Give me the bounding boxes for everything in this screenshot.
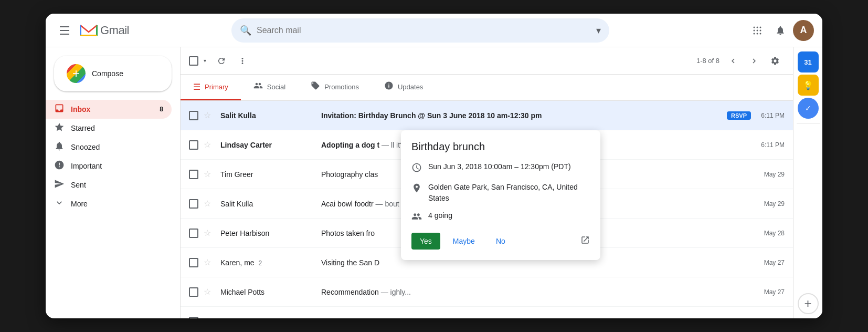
svg-point-11 bbox=[757, 29, 758, 31]
email-subject: Photos taken fro bbox=[321, 229, 375, 237]
star-icon[interactable]: ☆ bbox=[204, 316, 214, 318]
star-icon[interactable]: ☆ bbox=[204, 257, 214, 267]
calendar-panel-icon[interactable]: 31 bbox=[798, 51, 819, 72]
row-checkbox[interactable] bbox=[189, 317, 199, 319]
sidebar-item-important[interactable]: Important bbox=[46, 157, 172, 175]
keep-panel-icon[interactable]: 💡 bbox=[798, 75, 819, 96]
star-icon[interactable]: ☆ bbox=[204, 228, 214, 238]
avatar[interactable]: A bbox=[793, 20, 814, 41]
star-icon[interactable]: ☆ bbox=[204, 140, 214, 150]
popup-attendees: 4 going bbox=[428, 210, 452, 221]
next-page-button[interactable] bbox=[745, 51, 764, 70]
star-icon[interactable]: ☆ bbox=[204, 169, 214, 179]
popup-location-row: Golden Gate Park, San Francisco, CA, Uni… bbox=[411, 182, 590, 204]
snoozed-icon bbox=[54, 141, 65, 153]
rsvp-yes-button[interactable]: Yes bbox=[411, 233, 440, 250]
sidebar-item-more[interactable]: More bbox=[46, 194, 172, 213]
email-subject: Acai bowl foodtr bbox=[321, 200, 374, 208]
select-dropdown-button[interactable]: ▾ bbox=[199, 56, 210, 66]
promotions-tab-icon bbox=[311, 81, 320, 92]
compose-label: Compose bbox=[92, 69, 123, 78]
row-checkbox[interactable] bbox=[189, 140, 199, 150]
sidebar-item-snoozed[interactable]: Snoozed bbox=[46, 138, 172, 157]
svg-point-10 bbox=[754, 29, 755, 31]
toolbar-left: ▾ bbox=[189, 51, 252, 70]
popup-actions: Yes Maybe No bbox=[411, 233, 590, 250]
add-app-button[interactable]: + bbox=[798, 293, 819, 314]
select-all-checkbox[interactable] bbox=[189, 56, 198, 66]
people-icon bbox=[411, 211, 422, 224]
table-row[interactable]: ☆ Meredith Kerrison Liz and Joe's weddin… bbox=[181, 307, 793, 318]
row-checkbox[interactable] bbox=[189, 199, 199, 209]
email-preview: Invitation: Birthday Brunch @ Sun 3 June… bbox=[321, 111, 721, 120]
snoozed-label: Snoozed bbox=[71, 143, 100, 151]
tab-primary[interactable]: ☰ Primary bbox=[181, 75, 241, 100]
gmail-window: Gmail 🔍 ▾ bbox=[46, 14, 822, 318]
select-all-wrapper[interactable]: ▾ bbox=[189, 56, 210, 66]
email-subject: Visiting the San D bbox=[321, 258, 379, 267]
toolbar-right: 1-8 of 8 bbox=[696, 51, 785, 70]
email-date: May 27 bbox=[759, 318, 785, 319]
open-external-icon[interactable] bbox=[580, 235, 590, 247]
sidebar-item-starred[interactable]: Starred bbox=[46, 119, 172, 138]
rsvp-badge[interactable]: RSVP bbox=[727, 111, 751, 120]
updates-tab-icon bbox=[384, 81, 394, 92]
rsvp-no-button[interactable]: No bbox=[488, 233, 514, 250]
sidebar-item-sent[interactable]: Sent bbox=[46, 175, 172, 194]
clock-icon bbox=[411, 162, 422, 175]
svg-point-7 bbox=[754, 26, 755, 28]
search-dropdown-icon[interactable]: ▾ bbox=[596, 25, 601, 36]
sender-name: Meredith Kerrison bbox=[220, 317, 315, 319]
prev-page-button[interactable] bbox=[724, 51, 743, 70]
updates-tab-label: Updates bbox=[398, 83, 423, 91]
row-checkbox[interactable] bbox=[189, 229, 199, 238]
next-icon bbox=[749, 56, 759, 66]
right-panel: 31 💡 ✓ + bbox=[793, 47, 822, 318]
row-checkbox[interactable] bbox=[189, 258, 199, 267]
email-area: ▾ 1-8 of 8 bbox=[180, 47, 793, 318]
refresh-button[interactable] bbox=[212, 51, 231, 70]
tab-social[interactable]: Social bbox=[241, 75, 298, 100]
email-subject: Adopting a dog t bbox=[321, 141, 379, 149]
tab-promotions[interactable]: Promotions bbox=[298, 75, 372, 100]
email-date: May 27 bbox=[759, 288, 785, 296]
svg-point-15 bbox=[760, 33, 761, 34]
email-toolbar: ▾ 1-8 of 8 bbox=[181, 47, 793, 75]
more-options-icon bbox=[238, 56, 247, 66]
starred-icon bbox=[54, 122, 65, 134]
settings-icon bbox=[770, 56, 780, 66]
table-row[interactable]: ☆ Michael Potts Recommendation — ighly..… bbox=[181, 277, 793, 307]
settings-button[interactable] bbox=[766, 51, 785, 70]
notifications-button[interactable] bbox=[770, 20, 791, 41]
tasks-panel-icon[interactable]: ✓ bbox=[798, 98, 819, 119]
popup-title: Birthday brunch bbox=[411, 141, 590, 153]
email-preview: Recommendation — ighly... bbox=[321, 288, 749, 296]
email-date: May 29 bbox=[759, 171, 785, 178]
birthday-brunch-popup[interactable]: Birthday brunch Sun Jun 3, 2018 10:00am … bbox=[401, 130, 600, 260]
social-tab-icon bbox=[253, 81, 263, 92]
svg-point-14 bbox=[757, 33, 758, 34]
compose-button[interactable]: + Compose bbox=[54, 56, 172, 91]
sidebar-item-inbox[interactable]: Inbox 8 bbox=[46, 100, 172, 119]
sidebar: + Compose Inbox 8 Starred Sn bbox=[46, 47, 180, 318]
row-checkbox[interactable] bbox=[189, 170, 199, 179]
search-input[interactable] bbox=[257, 26, 591, 35]
apps-button[interactable] bbox=[747, 20, 768, 41]
more-options-button[interactable] bbox=[233, 51, 252, 70]
star-icon[interactable]: ☆ bbox=[204, 110, 214, 120]
more-label: More bbox=[71, 200, 88, 208]
email-date: 6:11 PM bbox=[759, 141, 785, 149]
table-row[interactable]: ☆ Salit Kulla Invitation: Birthday Brunc… bbox=[181, 101, 793, 130]
rsvp-maybe-button[interactable]: Maybe bbox=[444, 233, 483, 250]
star-icon[interactable]: ☆ bbox=[204, 199, 214, 209]
row-checkbox[interactable] bbox=[189, 111, 199, 120]
sender-name: Michael Potts bbox=[220, 288, 315, 296]
email-list: ☆ Salit Kulla Invitation: Birthday Brunc… bbox=[181, 101, 793, 318]
row-checkbox[interactable] bbox=[189, 287, 199, 297]
star-icon[interactable]: ☆ bbox=[204, 287, 214, 297]
search-bar[interactable]: 🔍 ▾ bbox=[231, 18, 609, 43]
menu-button[interactable] bbox=[54, 20, 75, 41]
compose-plus-icon: + bbox=[67, 64, 86, 83]
tab-updates[interactable]: Updates bbox=[372, 75, 436, 100]
email-snippet: — Have you booked your travel arrangemen… bbox=[395, 317, 598, 319]
